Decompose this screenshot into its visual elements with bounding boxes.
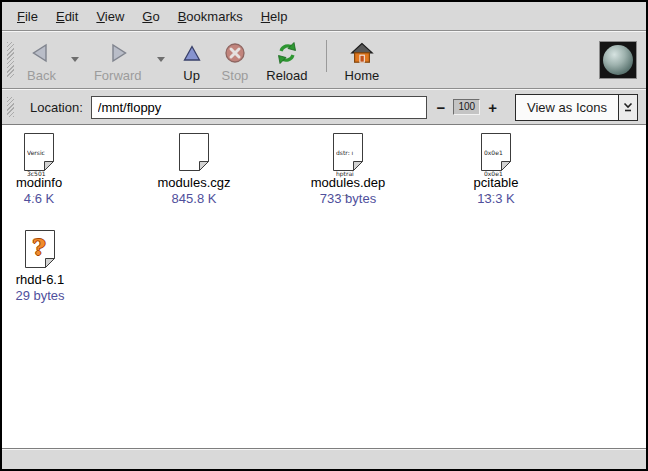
file-item-pcitable[interactable]: 0x0e1 0x0e1 - - - pcitable 13.3 K (426, 132, 566, 206)
chevron-down-icon (70, 56, 80, 63)
icon-preview-line: . . (27, 191, 48, 198)
text-file-icon: dstr: ı hptrai - --- (332, 132, 364, 172)
view-mode-dropdown[interactable]: View as Icons (515, 94, 638, 121)
home-label: Home (345, 68, 380, 83)
forward-label: Forward (94, 68, 142, 83)
location-label: Location: (30, 100, 83, 115)
back-history-dropdown[interactable] (65, 34, 85, 86)
dropdown-indicator-icon[interactable] (618, 95, 637, 120)
zoom-level-indicator: 100 (453, 99, 480, 115)
blank-file-icon (178, 132, 210, 172)
text-file-icon: Versic 3c501 . . (23, 132, 55, 172)
icon-preview-line: 0x0e1 (484, 149, 505, 156)
chevron-down-icon (156, 56, 166, 63)
stop-icon (223, 39, 247, 66)
menu-help[interactable]: Help (252, 5, 297, 28)
up-label: Up (183, 68, 200, 83)
back-label: Back (27, 68, 56, 83)
toolbar: Back Forward Up (2, 32, 646, 88)
menu-view[interactable]: View (87, 5, 133, 28)
toolbar-separator (326, 40, 327, 72)
icon-preview-line: hptrai (336, 170, 357, 177)
icon-preview-line: - - - (484, 191, 505, 198)
file-item-rhdd[interactable]: ? rhdd-6.1 29 bytes (0, 229, 110, 303)
stop-label: Stop (222, 68, 249, 83)
forward-button[interactable]: Forward (85, 34, 151, 86)
forward-icon (106, 39, 130, 66)
toolbar-grip-handle[interactable] (7, 42, 14, 78)
home-icon (350, 39, 374, 66)
throbber-sphere-icon (603, 45, 633, 75)
home-button[interactable]: Home (336, 34, 389, 86)
reload-button[interactable]: Reload (257, 34, 316, 86)
menu-go[interactable]: Go (133, 5, 168, 28)
menu-bar: File Edit View Go Bookmarks Help (2, 2, 646, 30)
up-button[interactable]: Up (171, 34, 213, 86)
view-mode-label: View as Icons (516, 100, 618, 115)
location-input[interactable] (91, 96, 427, 119)
file-manager-window: File Edit View Go Bookmarks Help Back Fo… (0, 0, 648, 471)
icon-preview-line: Versic (27, 149, 48, 156)
question-mark-icon: ? (24, 233, 54, 260)
location-bar-grip-handle[interactable] (7, 97, 14, 117)
file-size: 29 bytes (15, 289, 64, 303)
location-bar: Location: − 100 + View as Icons (2, 90, 646, 124)
back-icon (29, 39, 53, 66)
file-name: rhdd-6.1 (16, 273, 64, 287)
unknown-file-icon: ? (24, 229, 56, 269)
icon-preview-line: - --- (336, 191, 357, 198)
stop-button[interactable]: Stop (213, 34, 258, 86)
file-size: 845.8 K (172, 192, 217, 206)
file-item-modinfo[interactable]: Versic 3c501 . . modinfo 4.6 K (0, 132, 109, 206)
reload-icon (275, 39, 299, 66)
icon-preview-line: dstr: ı (336, 149, 357, 156)
icon-view-canvas[interactable]: Versic 3c501 . . modinfo 4.6 K modules.c… (2, 124, 646, 448)
menu-bookmarks[interactable]: Bookmarks (169, 5, 252, 28)
back-button[interactable]: Back (18, 34, 65, 86)
status-bar (2, 448, 646, 469)
file-name: modules.cgz (158, 176, 231, 190)
icon-preview-line: 0x0e1 (484, 170, 505, 177)
text-file-icon: 0x0e1 0x0e1 - - - (480, 132, 512, 172)
reload-label: Reload (266, 68, 307, 83)
throbber (599, 41, 637, 79)
menu-edit[interactable]: Edit (47, 5, 87, 28)
menu-file[interactable]: File (8, 5, 47, 28)
file-item-modules-dep[interactable]: dstr: ı hptrai - --- modules.dep 733 byt… (278, 132, 418, 206)
icon-preview-line: 3c501 (27, 170, 48, 177)
up-icon (180, 39, 204, 66)
forward-history-dropdown[interactable] (151, 34, 171, 86)
file-item-modules-cgz[interactable]: modules.cgz 845.8 K (124, 132, 264, 206)
zoom-out-button[interactable]: − (433, 99, 450, 116)
zoom-in-button[interactable]: + (484, 99, 501, 116)
